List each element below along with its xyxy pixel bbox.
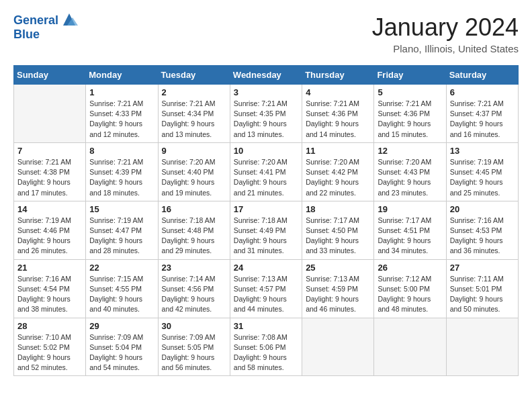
- calendar-cell: 16Sunrise: 7:18 AMSunset: 4:48 PMDayligh…: [158, 201, 230, 259]
- day-info: Sunrise: 7:14 AMSunset: 4:56 PMDaylight:…: [162, 274, 226, 315]
- day-number: 17: [234, 204, 298, 214]
- day-number: 15: [89, 204, 154, 214]
- day-info: Sunrise: 7:21 AMSunset: 4:37 PMDaylight:…: [450, 99, 515, 140]
- day-number: 18: [306, 204, 370, 214]
- day-info: Sunrise: 7:19 AMSunset: 4:46 PMDaylight:…: [17, 216, 82, 257]
- day-info: Sunrise: 7:21 AMSunset: 4:35 PMDaylight:…: [234, 99, 298, 140]
- calendar-cell: 23Sunrise: 7:14 AMSunset: 4:56 PMDayligh…: [158, 259, 230, 318]
- day-info: Sunrise: 7:20 AMSunset: 4:41 PMDaylight:…: [234, 157, 298, 198]
- month-title: January 2024: [372, 13, 519, 42]
- logo-general: General: [13, 14, 58, 28]
- day-number: 31: [234, 321, 298, 331]
- day-info: Sunrise: 7:21 AMSunset: 4:33 PMDaylight:…: [89, 99, 154, 140]
- weekday-sunday: Sunday: [14, 66, 86, 85]
- page-header: General Blue January 2024 Plano, Illinoi…: [13, 13, 519, 54]
- day-info: Sunrise: 7:08 AMSunset: 5:06 PMDaylight:…: [234, 332, 298, 373]
- day-info: Sunrise: 7:11 AMSunset: 5:01 PMDaylight:…: [450, 274, 515, 315]
- day-number: 9: [162, 146, 226, 156]
- calendar-cell: [446, 318, 518, 376]
- day-info: Sunrise: 7:21 AMSunset: 4:38 PMDaylight:…: [17, 157, 82, 198]
- day-number: 21: [17, 263, 82, 273]
- day-number: 20: [450, 204, 515, 214]
- weekday-friday: Friday: [374, 66, 446, 85]
- day-number: 12: [378, 146, 442, 156]
- day-number: 10: [234, 146, 298, 156]
- day-number: 24: [234, 263, 298, 273]
- calendar-table: SundayMondayTuesdayWednesdayThursdayFrid…: [13, 65, 519, 376]
- day-info: Sunrise: 7:21 AMSunset: 4:36 PMDaylight:…: [306, 99, 370, 140]
- day-info: Sunrise: 7:21 AMSunset: 4:34 PMDaylight:…: [162, 99, 226, 140]
- calendar-cell: 27Sunrise: 7:11 AMSunset: 5:01 PMDayligh…: [446, 259, 518, 318]
- day-number: 8: [89, 146, 154, 156]
- day-info: Sunrise: 7:19 AMSunset: 4:47 PMDaylight:…: [89, 216, 154, 257]
- calendar-cell: 10Sunrise: 7:20 AMSunset: 4:41 PMDayligh…: [230, 142, 302, 201]
- calendar-cell: 31Sunrise: 7:08 AMSunset: 5:06 PMDayligh…: [230, 318, 302, 376]
- day-info: Sunrise: 7:09 AMSunset: 5:05 PMDaylight:…: [162, 332, 226, 373]
- logo-blue: Blue: [13, 28, 78, 42]
- day-info: Sunrise: 7:12 AMSunset: 5:00 PMDaylight:…: [378, 274, 442, 315]
- calendar-cell: 4Sunrise: 7:21 AMSunset: 4:36 PMDaylight…: [302, 85, 374, 143]
- day-info: Sunrise: 7:18 AMSunset: 4:48 PMDaylight:…: [162, 216, 226, 257]
- calendar-cell: 13Sunrise: 7:19 AMSunset: 4:45 PMDayligh…: [446, 142, 518, 201]
- calendar-cell: 11Sunrise: 7:20 AMSunset: 4:42 PMDayligh…: [302, 142, 374, 201]
- calendar-cell: 24Sunrise: 7:13 AMSunset: 4:57 PMDayligh…: [230, 259, 302, 318]
- day-number: 2: [162, 87, 226, 97]
- day-number: 16: [162, 204, 226, 214]
- calendar-cell: 3Sunrise: 7:21 AMSunset: 4:35 PMDaylight…: [230, 85, 302, 143]
- weekday-header-row: SundayMondayTuesdayWednesdayThursdayFrid…: [14, 66, 519, 85]
- day-info: Sunrise: 7:21 AMSunset: 4:39 PMDaylight:…: [89, 157, 154, 198]
- title-block: January 2024 Plano, Illinois, United Sta…: [372, 13, 519, 54]
- day-number: 14: [17, 204, 82, 214]
- day-info: Sunrise: 7:16 AMSunset: 4:54 PMDaylight:…: [17, 274, 82, 315]
- day-info: Sunrise: 7:20 AMSunset: 4:43 PMDaylight:…: [378, 157, 442, 198]
- day-number: 13: [450, 146, 515, 156]
- day-number: 28: [17, 321, 82, 331]
- weekday-thursday: Thursday: [302, 66, 374, 85]
- weekday-saturday: Saturday: [446, 66, 518, 85]
- calendar-cell: 6Sunrise: 7:21 AMSunset: 4:37 PMDaylight…: [446, 85, 518, 143]
- calendar-cell: 2Sunrise: 7:21 AMSunset: 4:34 PMDaylight…: [158, 85, 230, 143]
- calendar-cell: 22Sunrise: 7:15 AMSunset: 4:55 PMDayligh…: [86, 259, 158, 318]
- week-row-4: 21Sunrise: 7:16 AMSunset: 4:54 PMDayligh…: [14, 259, 519, 318]
- day-info: Sunrise: 7:13 AMSunset: 4:59 PMDaylight:…: [306, 274, 370, 315]
- calendar-cell: 19Sunrise: 7:17 AMSunset: 4:51 PMDayligh…: [374, 201, 446, 259]
- day-number: 25: [306, 263, 370, 273]
- calendar-cell: [302, 318, 374, 376]
- calendar-cell: 29Sunrise: 7:09 AMSunset: 5:04 PMDayligh…: [86, 318, 158, 376]
- week-row-5: 28Sunrise: 7:10 AMSunset: 5:02 PMDayligh…: [14, 318, 519, 376]
- day-number: 5: [378, 87, 442, 97]
- day-number: 27: [450, 263, 515, 273]
- calendar-cell: [374, 318, 446, 376]
- calendar-cell: 14Sunrise: 7:19 AMSunset: 4:46 PMDayligh…: [14, 201, 86, 259]
- weekday-wednesday: Wednesday: [230, 66, 302, 85]
- logo-icon: [60, 11, 78, 28]
- calendar-cell: 28Sunrise: 7:10 AMSunset: 5:02 PMDayligh…: [14, 318, 86, 376]
- day-info: Sunrise: 7:13 AMSunset: 4:57 PMDaylight:…: [234, 274, 298, 315]
- calendar-cell: 9Sunrise: 7:20 AMSunset: 4:40 PMDaylight…: [158, 142, 230, 201]
- weekday-tuesday: Tuesday: [158, 66, 230, 85]
- day-info: Sunrise: 7:20 AMSunset: 4:42 PMDaylight:…: [306, 157, 370, 198]
- calendar-cell: 25Sunrise: 7:13 AMSunset: 4:59 PMDayligh…: [302, 259, 374, 318]
- week-row-2: 7Sunrise: 7:21 AMSunset: 4:38 PMDaylight…: [14, 142, 519, 201]
- week-row-1: 1Sunrise: 7:21 AMSunset: 4:33 PMDaylight…: [14, 85, 519, 143]
- day-info: Sunrise: 7:18 AMSunset: 4:49 PMDaylight:…: [234, 216, 298, 257]
- day-number: 6: [450, 87, 515, 97]
- calendar-cell: 30Sunrise: 7:09 AMSunset: 5:05 PMDayligh…: [158, 318, 230, 376]
- weekday-monday: Monday: [86, 66, 158, 85]
- day-info: Sunrise: 7:19 AMSunset: 4:45 PMDaylight:…: [450, 157, 515, 198]
- calendar-cell: 21Sunrise: 7:16 AMSunset: 4:54 PMDayligh…: [14, 259, 86, 318]
- logo: General Blue: [13, 13, 78, 42]
- calendar-cell: 1Sunrise: 7:21 AMSunset: 4:33 PMDaylight…: [86, 85, 158, 143]
- day-number: 1: [89, 87, 154, 97]
- day-info: Sunrise: 7:16 AMSunset: 4:53 PMDaylight:…: [450, 216, 515, 257]
- calendar-body: 1Sunrise: 7:21 AMSunset: 4:33 PMDaylight…: [14, 85, 519, 376]
- day-info: Sunrise: 7:17 AMSunset: 4:51 PMDaylight:…: [378, 216, 442, 257]
- day-number: 19: [378, 204, 442, 214]
- calendar-cell: 18Sunrise: 7:17 AMSunset: 4:50 PMDayligh…: [302, 201, 374, 259]
- day-info: Sunrise: 7:10 AMSunset: 5:02 PMDaylight:…: [17, 332, 82, 373]
- day-number: 23: [162, 263, 226, 273]
- day-number: 4: [306, 87, 370, 97]
- day-number: 29: [89, 321, 154, 331]
- week-row-3: 14Sunrise: 7:19 AMSunset: 4:46 PMDayligh…: [14, 201, 519, 259]
- calendar-cell: 7Sunrise: 7:21 AMSunset: 4:38 PMDaylight…: [14, 142, 86, 201]
